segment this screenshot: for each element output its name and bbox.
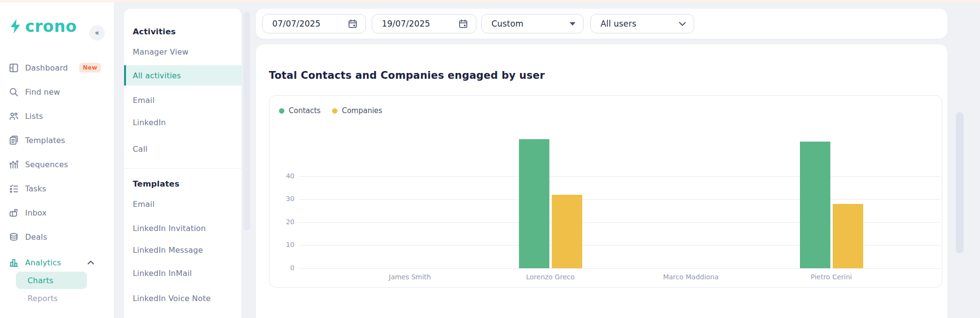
date-range-preset-value: Custom xyxy=(491,19,523,29)
sidebar-item-label: Deals xyxy=(25,232,47,242)
coins-icon xyxy=(9,232,19,242)
sidebar-item-lists[interactable]: Lists xyxy=(9,107,43,125)
chart-title: Total Contacts and Companies engaged by … xyxy=(269,70,545,81)
sidebar-item-templates[interactable]: Templates xyxy=(9,131,65,149)
sidebar-item-inbox[interactable]: Inbox xyxy=(9,204,47,221)
chart-container: ContactsCompanies 010203040 James SmithL… xyxy=(269,95,942,288)
activities-item-call[interactable]: Call xyxy=(124,139,241,159)
window-top-strip xyxy=(0,0,980,2)
activities-section-title: Activities xyxy=(133,26,176,37)
sidebar-item-label: Find new xyxy=(25,87,60,97)
templates-item-linkedin-message[interactable]: LinkedIn Message xyxy=(124,240,241,260)
sidebar-item-label: Analytics xyxy=(25,258,61,267)
templates-item-email[interactable]: Email xyxy=(124,194,241,214)
sidebar-item-label: Templates xyxy=(25,136,65,145)
chevron-down-icon xyxy=(679,22,686,26)
templates-section-title: Templates xyxy=(133,178,180,189)
chart-card: Total Contacts and Companies engaged by … xyxy=(256,44,947,318)
sidebar-item-tasks[interactable]: Tasks xyxy=(9,180,46,197)
sidebar-item-reports[interactable]: Reports xyxy=(16,289,87,307)
activities-item-all-activities[interactable]: All activities xyxy=(124,65,241,86)
sidebar-item-deals[interactable]: Deals xyxy=(9,228,47,246)
sidebar-item-label: Lists xyxy=(25,112,43,121)
lightning-bolt-icon xyxy=(9,18,23,35)
templates-item-linkedin-inmail[interactable]: LinkedIn InMail xyxy=(124,263,241,283)
sidebar-item-find-new[interactable]: Find new xyxy=(9,83,60,101)
y-tick-label: 30 xyxy=(269,195,294,202)
bar-contacts-1 xyxy=(519,139,549,268)
date-to-value: 19/07/2025 xyxy=(382,19,430,29)
user-filter-select[interactable]: All users xyxy=(590,14,694,33)
analytics-icon xyxy=(9,258,19,268)
date-range-preset-select[interactable]: Custom xyxy=(481,14,584,33)
crono-logo: crono xyxy=(9,17,77,36)
x-axis-label: James Smith xyxy=(357,273,463,281)
date-from-input[interactable]: 07/07/2025 xyxy=(262,14,366,33)
mailbox-icon xyxy=(9,208,19,218)
activities-item-email[interactable]: Email xyxy=(124,90,241,110)
sidebar-item-dashboard[interactable]: Dashboard New xyxy=(9,59,101,76)
sidebar-collapse-button[interactable]: « xyxy=(89,25,105,41)
activities-item-manager-view[interactable]: Manager View xyxy=(124,42,241,61)
dashboard-icon xyxy=(9,63,19,73)
user-filter-value: All users xyxy=(601,19,636,29)
new-badge: New xyxy=(79,63,101,72)
sequences-icon xyxy=(9,159,19,170)
y-tick-label: 10 xyxy=(269,241,294,248)
tasks-icon xyxy=(9,184,19,194)
templates-item-linkedin-invitation[interactable]: LinkedIn Invitation xyxy=(124,218,241,238)
brand-name: crono xyxy=(25,17,77,36)
gridline xyxy=(299,268,940,269)
bar-companies-1 xyxy=(552,195,582,268)
calendar-icon xyxy=(348,19,358,29)
x-axis-label: Pietro Cerini xyxy=(778,273,884,281)
templates-item-linkedin-voice-note[interactable]: LinkedIn Voice Note xyxy=(124,289,241,308)
sidebar-item-analytics[interactable]: Analytics xyxy=(9,254,94,271)
calendar-icon xyxy=(458,19,468,29)
search-icon xyxy=(9,87,19,97)
legend-dot-icon xyxy=(279,108,284,114)
date-from-value: 07/07/2025 xyxy=(272,19,321,29)
bar-contacts-3 xyxy=(800,142,830,268)
sidebar-item-label: Inbox xyxy=(25,208,47,217)
sidebar-subitem-label: Charts xyxy=(28,276,54,285)
y-tick-label: 40 xyxy=(269,172,294,180)
y-tick-label: 20 xyxy=(269,218,294,226)
x-axis-label: Lorenzo Greco xyxy=(497,273,603,281)
main-scrollbar-thumb[interactable] xyxy=(956,112,964,253)
sidebar-item-label: Tasks xyxy=(25,184,46,193)
y-tick-label: 0 xyxy=(269,264,294,272)
chevron-up-icon xyxy=(87,260,94,265)
caret-down-icon xyxy=(570,22,575,26)
activities-panel: Activities Manager View All activities E… xyxy=(124,9,241,318)
sidebar: crono « Dashboard New Find new Lists Tem… xyxy=(0,2,114,318)
date-to-input[interactable]: 19/07/2025 xyxy=(372,14,476,33)
people-icon xyxy=(9,111,19,121)
chart-plot-area xyxy=(299,96,940,268)
panel-divider xyxy=(124,168,241,169)
templates-icon xyxy=(9,135,19,145)
sidebar-item-sequences[interactable]: Sequences xyxy=(9,156,68,173)
sidebar-item-label: Dashboard xyxy=(25,63,68,72)
sidebar-subitem-label: Reports xyxy=(28,294,58,303)
sidebar-item-charts[interactable]: Charts xyxy=(16,272,87,289)
x-axis-label: Marco Maddiona xyxy=(638,273,744,281)
filter-bar: 07/07/2025 19/07/2025 Custom All users xyxy=(256,9,947,39)
bar-companies-3 xyxy=(833,204,863,268)
panel-scrollbar-thumb[interactable] xyxy=(243,12,250,231)
sidebar-item-label: Sequences xyxy=(25,160,68,169)
activities-item-linkedin[interactable]: LinkedIn xyxy=(124,113,241,132)
